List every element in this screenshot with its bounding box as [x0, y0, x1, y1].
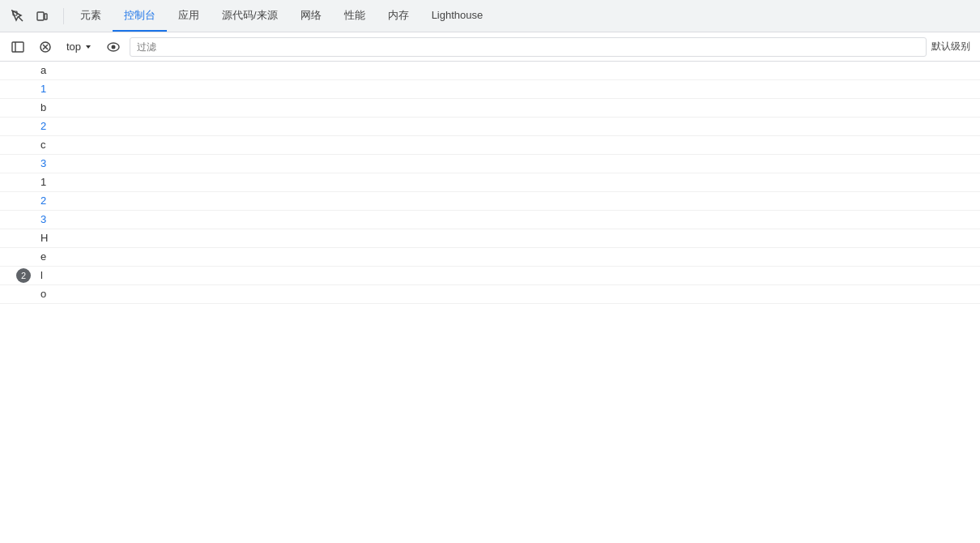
tab-elements[interactable]: 元素 [69, 0, 113, 32]
console-value: H [40, 230, 48, 246]
console-value: 3 [40, 156, 46, 172]
tab-sources[interactable]: 源代码/来源 [211, 0, 289, 32]
log-level-selector[interactable]: 默认级别 [931, 40, 974, 53]
svg-point-10 [112, 45, 116, 49]
svg-rect-2 [37, 12, 44, 20]
console-value: b [40, 100, 46, 116]
console-row: a [0, 62, 980, 80]
console-row: 1 [0, 173, 980, 192]
console-value: e [40, 249, 46, 265]
console-row: 2l [0, 267, 980, 285]
filter-input[interactable] [130, 37, 927, 57]
svg-rect-3 [45, 14, 47, 19]
console-toolbar: top 默认级别 [0, 32, 980, 62]
console-row: 2 [0, 118, 980, 136]
live-expression-button[interactable] [102, 36, 125, 58]
console-row: 3 [0, 211, 980, 229]
console-value: 3 [40, 212, 46, 228]
console-row: e [0, 248, 980, 267]
console-row: b [0, 99, 980, 118]
nav-divider [63, 8, 64, 24]
console-row: H [0, 229, 980, 248]
console-value: 2 [40, 193, 46, 209]
console-value: 2 [40, 118, 46, 135]
console-value: 1 [40, 81, 46, 97]
console-value: 1 [40, 174, 46, 190]
chevron-down-icon [84, 43, 92, 51]
console-output: a1b2c3123He2lo [0, 62, 980, 543]
svg-rect-4 [12, 42, 23, 52]
clear-console-button[interactable] [34, 36, 57, 58]
console-row: o [0, 285, 980, 304]
tab-application[interactable]: 应用 [167, 0, 211, 32]
inspect-button[interactable] [6, 5, 29, 28]
console-row: 1 [0, 80, 980, 99]
devtools-icons [6, 5, 53, 28]
device-button[interactable] [31, 5, 53, 28]
console-value: a [40, 62, 46, 79]
tab-network[interactable]: 网络 [289, 0, 333, 32]
console-row: 3 [0, 155, 980, 173]
console-value: c [40, 137, 46, 153]
top-frame-selector[interactable]: top [62, 39, 97, 54]
tab-lighthouse[interactable]: Lighthouse [420, 0, 495, 32]
top-nav: 元素 控制台 应用 源代码/来源 网络 性能 内存 Lighthouse [0, 0, 980, 32]
top-frame-label: top [66, 41, 81, 53]
console-value: o [40, 286, 46, 302]
tab-console[interactable]: 控制台 [113, 0, 167, 32]
tab-memory[interactable]: 内存 [377, 0, 420, 32]
console-row: 2 [0, 192, 980, 211]
svg-line-1 [19, 17, 23, 21]
console-row: c [0, 136, 980, 155]
tab-performance[interactable]: 性能 [333, 0, 377, 32]
repeat-badge: 2 [16, 268, 31, 283]
sidebar-toggle-button[interactable] [6, 36, 29, 58]
nav-tabs: 元素 控制台 应用 源代码/来源 网络 性能 内存 Lighthouse [69, 0, 494, 32]
console-value: l [40, 267, 43, 284]
